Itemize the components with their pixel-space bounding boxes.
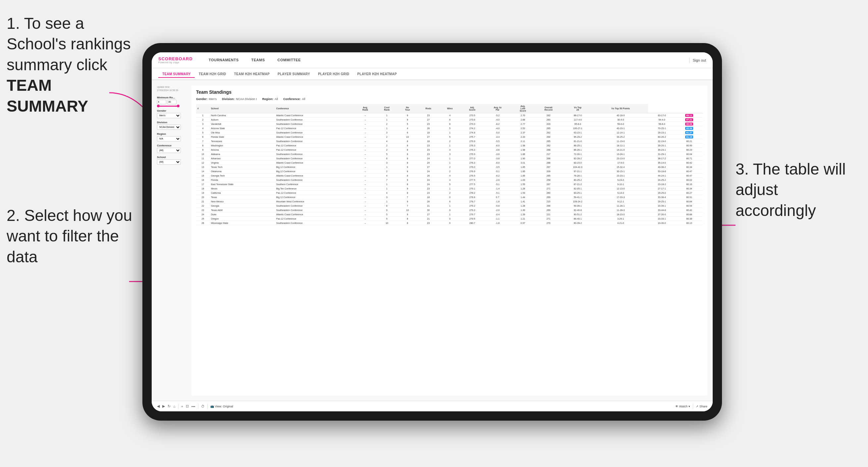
table-cell: 9-14-0 [593, 191, 648, 195]
table-cell: 5 [196, 130, 210, 135]
table-cell: 10 [196, 152, 210, 156]
table-cell: 276.9 [460, 152, 484, 156]
table-cell: 33-38-4 [648, 195, 676, 199]
table-cell: 24 [417, 178, 439, 182]
filter-min-rounds-to[interactable] [167, 100, 177, 104]
table-cell: 275.7 [460, 135, 484, 139]
table-cell: 271 [534, 217, 562, 221]
nav-tab-tournaments[interactable]: TOURNAMENTS [203, 56, 245, 65]
table-cell: 24 [417, 191, 439, 195]
nav-tab-committee[interactable]: COMMITTEE [272, 56, 307, 65]
toolbar-sep-1 [178, 404, 179, 409]
table-cell: 279.5 [460, 217, 484, 221]
toolbar-home[interactable]: ⌂ [173, 404, 176, 408]
watch-button[interactable]: 👁 Watch ▾ [675, 405, 690, 408]
table-cell: 18-23-0 [593, 212, 648, 217]
table-area: Team Standings Gender: Men's Division: N… [191, 86, 707, 396]
table-cell: 80.27 [676, 191, 703, 195]
col-rnds: Rnds [417, 104, 439, 113]
sub-tab-team-h2h-grid[interactable]: TEAM H2H GRID [195, 71, 230, 78]
table-cell: 80.88 [676, 212, 703, 217]
share-button[interactable]: ↗ Share [696, 405, 707, 408]
filter-school: School (All) [157, 156, 186, 165]
table-cell: 8 [398, 191, 417, 195]
table-cell: East Tennessee State [210, 182, 275, 186]
table-cell: Southeastern Conference [275, 130, 354, 135]
toolbar-clock[interactable]: ⏱ [201, 404, 205, 408]
filter-conference-select[interactable]: (All) [157, 148, 181, 153]
table-cell: 8 [398, 221, 417, 225]
table-cell: Oregon [210, 217, 275, 221]
table-cell: 40-38-2 [648, 165, 676, 169]
table-cell: 53-18-8 [648, 169, 676, 174]
table-cell: 81.27 [676, 130, 703, 135]
sub-tab-player-h2h-grid[interactable]: PLAYER H2H GRID [314, 71, 353, 78]
filter-gender-select[interactable]: Men's Women's [157, 113, 181, 118]
table-cell: – [354, 204, 376, 208]
toolbar-reload[interactable]: ↻ [167, 404, 170, 408]
table-cell: Arizona [210, 148, 275, 152]
toolbar-add[interactable]: + [181, 404, 183, 408]
standings-table: # School Conference Avg.Rank ConfRank No… [196, 104, 703, 225]
sign-out-button[interactable]: Sign out [693, 58, 706, 62]
toolbar-crop[interactable]: ⊡ [186, 404, 189, 408]
table-cell: Oklahoma [210, 169, 275, 174]
toolbar-sep-2 [198, 404, 198, 409]
toolbar-forward[interactable]: ▶ [162, 404, 165, 408]
filter-division-select[interactable]: NCAA Division I NCAA Division II NCAA Di… [157, 125, 181, 130]
table-cell: 3.01 [511, 161, 534, 165]
table-cell: 10 [398, 135, 417, 139]
table-cell: 7 [376, 178, 397, 182]
table-cell: 9 [376, 208, 397, 212]
table-cell: 11 [196, 156, 210, 161]
table-cell: 3 [196, 122, 210, 126]
table-cell: 24 [196, 212, 210, 217]
sub-tab-team-summary[interactable]: TEAM SUMMARY [158, 71, 195, 78]
table-cell: Duke [210, 212, 275, 217]
table-cell: 2.77 [511, 122, 534, 126]
sub-tab-team-h2h-heatmap[interactable]: TEAM H2H HEATMAP [230, 71, 274, 78]
filter-school-select[interactable]: (All) [157, 159, 181, 165]
table-cell: Virginia [210, 161, 275, 165]
table-cell: 9 [398, 113, 417, 118]
filter-min-rounds: Minimum Ro... [157, 96, 186, 107]
table-cell: 1.55 [511, 182, 534, 186]
table-cell: 266 [534, 204, 562, 208]
table-cell: -5.1 [484, 169, 511, 174]
table-cell: Pac-12 Conference [275, 191, 354, 195]
nav-tab-teams[interactable]: TEAMS [245, 56, 271, 65]
step1-bold: TEAM SUMMARY [7, 76, 88, 115]
table-cell: 23 [417, 152, 439, 156]
table-cell: -1.8 [484, 221, 511, 225]
table-cell: 276.3 [460, 148, 484, 152]
view-original-button[interactable]: 📺 View: Original [210, 405, 233, 408]
table-cell: Big Ten Conference [275, 186, 354, 191]
table-cell: 23 [417, 113, 439, 118]
table-cell: Southern Conference [275, 182, 354, 186]
sub-tab-player-h2h-heatmap[interactable]: PLAYER H2H HEATMAP [353, 71, 401, 78]
toolbar-ellipsis[interactable]: ••• [191, 404, 195, 408]
table-cell: – [354, 130, 376, 135]
table-cell: – [354, 122, 376, 126]
table-cell: 83-15-0 [562, 161, 593, 165]
sub-tab-player-summary[interactable]: PLAYER SUMMARY [274, 71, 314, 78]
table-cell: 264 [534, 135, 562, 139]
toolbar-back[interactable]: ◀ [157, 404, 160, 408]
table-row: 15Georgia TechAtlantic Coast Conference–… [196, 174, 703, 178]
table-cell: 23-13-0 [593, 156, 648, 161]
table-cell: 268 [534, 156, 562, 161]
table-cell: 18-12-1 [593, 144, 648, 148]
filter-min-rounds-from[interactable] [157, 100, 166, 104]
filter-region-select[interactable]: N/A All [157, 136, 181, 142]
table-cell: 0 [439, 195, 460, 199]
table-cell: 2 [439, 191, 460, 195]
table-cell: 4 [376, 174, 397, 178]
table-cell: 2 [376, 169, 397, 174]
table-cell: – [354, 161, 376, 165]
table-cell: 80.54 [676, 204, 703, 208]
table-cell: 1 [196, 113, 210, 118]
table-row: 23Texas A&MSoutheastern Conference–91030… [196, 208, 703, 212]
table-cell: 8 [398, 139, 417, 144]
table-row: 4Arizona StatePac-12 Conference–14265274… [196, 126, 703, 130]
table-cell: -2.0 [484, 208, 511, 212]
